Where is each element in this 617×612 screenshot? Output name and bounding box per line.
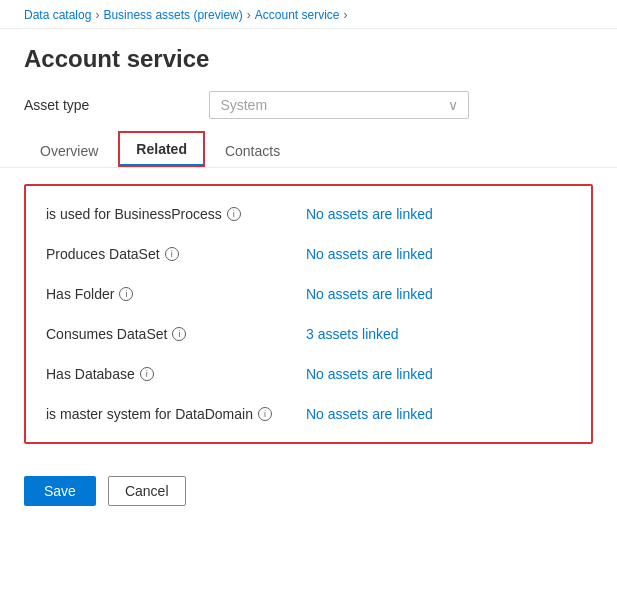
related-item-status[interactable]: No assets are linked: [306, 406, 433, 422]
list-item: Has Folder i No assets are linked: [26, 274, 591, 314]
tab-contacts[interactable]: Contacts: [209, 135, 296, 167]
breadcrumb-sep-3: ›: [343, 8, 347, 22]
related-item-label: Has Database i: [46, 366, 306, 382]
tab-overview[interactable]: Overview: [24, 135, 114, 167]
list-item: is master system for DataDomain i No ass…: [26, 394, 591, 434]
tab-related[interactable]: Related: [118, 131, 205, 167]
related-item-status[interactable]: No assets are linked: [306, 246, 433, 262]
related-panel: is used for BusinessProcess i No assets …: [24, 184, 593, 444]
save-button[interactable]: Save: [24, 476, 96, 506]
page-title: Account service: [0, 29, 617, 85]
asset-type-label: Asset type: [24, 97, 89, 113]
related-item-status[interactable]: No assets are linked: [306, 206, 433, 222]
breadcrumb-sep-2: ›: [247, 8, 251, 22]
related-item-status[interactable]: 3 assets linked: [306, 326, 399, 342]
asset-type-dropdown[interactable]: System ∨: [209, 91, 469, 119]
related-item-label: Produces DataSet i: [46, 246, 306, 262]
info-icon[interactable]: i: [165, 247, 179, 261]
info-icon[interactable]: i: [227, 207, 241, 221]
related-item-status[interactable]: No assets are linked: [306, 286, 433, 302]
list-item: Has Database i No assets are linked: [26, 354, 591, 394]
cancel-button[interactable]: Cancel: [108, 476, 186, 506]
breadcrumb-account-service[interactable]: Account service: [255, 8, 340, 22]
info-icon[interactable]: i: [140, 367, 154, 381]
breadcrumb-data-catalog[interactable]: Data catalog: [24, 8, 91, 22]
info-icon[interactable]: i: [258, 407, 272, 421]
related-item-label: Consumes DataSet i: [46, 326, 306, 342]
breadcrumb-sep-1: ›: [95, 8, 99, 22]
breadcrumb: Data catalog › Business assets (preview)…: [0, 0, 617, 29]
footer: Save Cancel: [0, 460, 617, 522]
related-item-status[interactable]: No assets are linked: [306, 366, 433, 382]
list-item: Produces DataSet i No assets are linked: [26, 234, 591, 274]
list-item: Consumes DataSet i 3 assets linked: [26, 314, 591, 354]
info-icon[interactable]: i: [119, 287, 133, 301]
related-item-label: is master system for DataDomain i: [46, 406, 306, 422]
breadcrumb-business-assets[interactable]: Business assets (preview): [103, 8, 242, 22]
list-item: is used for BusinessProcess i No assets …: [26, 194, 591, 234]
asset-type-row: Asset type System ∨: [0, 85, 617, 131]
info-icon[interactable]: i: [172, 327, 186, 341]
tabs: Overview Related Contacts: [0, 131, 617, 168]
related-item-label: Has Folder i: [46, 286, 306, 302]
asset-type-value: System: [220, 97, 267, 113]
chevron-down-icon: ∨: [448, 97, 458, 113]
related-item-label: is used for BusinessProcess i: [46, 206, 306, 222]
